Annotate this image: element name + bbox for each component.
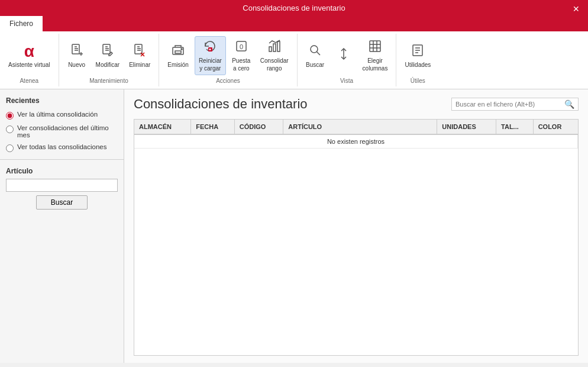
group-label-atenea: Atenea <box>20 78 38 84</box>
consolidar-icon <box>267 39 282 56</box>
sidebar: Recientes Ver la última consolidación Ve… <box>0 89 124 363</box>
group-label-vista: Vista <box>340 78 353 84</box>
label-opt1: Ver la última consolidación <box>17 111 98 118</box>
tab-fichero[interactable]: Fichero <box>0 16 43 31</box>
ordenar-icon <box>337 47 351 63</box>
svg-rect-0 <box>72 44 79 54</box>
btn-asistente[interactable]: α Asistente virtual <box>5 41 54 71</box>
svg-rect-6 <box>103 44 110 54</box>
reiniciar-icon <box>203 39 217 56</box>
btn-modificar[interactable]: Modificar <box>92 41 124 71</box>
ribbon-content: α Asistente virtual Atenea Nuevo <box>0 31 588 89</box>
svg-point-27 <box>311 46 318 53</box>
col-almacen: ALMACÉN <box>134 120 191 134</box>
svg-rect-10 <box>135 44 142 54</box>
radio-opt3[interactable] <box>6 144 14 152</box>
sidebar-item-opt2[interactable]: Ver consolidaciones del último mes <box>0 122 124 141</box>
emision-icon <box>171 43 185 60</box>
eliminar-icon <box>133 43 147 60</box>
search-icon-button[interactable]: 🔍 <box>564 99 574 109</box>
sidebar-articulo-section: Artículo Buscar <box>0 165 124 212</box>
ribbon-group-vista: Buscar Elegir columnas Vista <box>298 34 397 86</box>
articulo-input[interactable] <box>6 179 118 192</box>
modificar-icon <box>101 43 115 60</box>
ribbon: Fichero α Asistente virtual Atenea Nuevo <box>0 16 588 89</box>
content-title: Consolidaciones de inventario <box>134 96 308 112</box>
sidebar-divider <box>0 159 124 160</box>
group-label-utiles: Útiles <box>411 78 425 84</box>
col-codigo: CÓDIGO <box>234 120 283 134</box>
ribbon-group-acciones: Emisión Reiniciar y cargar 0 Puesta a ce… <box>159 34 297 86</box>
ribbon-group-atenea: α Asistente virtual Atenea <box>0 34 59 86</box>
sidebar-articulo-title: Artículo <box>6 167 118 175</box>
table-body: No existen registros <box>134 134 578 149</box>
col-fecha: FECHA <box>191 120 235 134</box>
svg-rect-30 <box>370 41 380 51</box>
close-button[interactable]: ✕ <box>564 0 588 18</box>
col-tal: TAL... <box>496 120 534 134</box>
svg-line-28 <box>316 51 320 55</box>
svg-rect-24 <box>269 47 272 51</box>
data-table-wrapper: ALMACÉN FECHA CÓDIGO ARTÍCULO UNIDADES T… <box>134 119 579 356</box>
content-area: Consolidaciones de inventario 🔍 ALMACÉN … <box>124 89 588 363</box>
col-unidades: UNIDADES <box>437 120 496 134</box>
radio-opt1[interactable] <box>6 112 14 120</box>
btn-buscar[interactable]: Buscar <box>302 41 328 71</box>
sidebar-recientes-title: Recientes <box>0 94 124 108</box>
table-header: ALMACÉN FECHA CÓDIGO ARTÍCULO UNIDADES T… <box>134 120 578 134</box>
svg-rect-25 <box>273 44 276 51</box>
svg-rect-17 <box>175 51 181 53</box>
ribbon-group-mantenimiento: Nuevo Modificar Eliminar Mantenimiento <box>59 34 160 86</box>
svg-text:0: 0 <box>240 43 243 50</box>
search-input[interactable] <box>455 101 562 108</box>
btn-elegir-columnas[interactable]: Elegir columnas <box>359 37 392 75</box>
data-table: ALMACÉN FECHA CÓDIGO ARTÍCULO UNIDADES T… <box>134 120 578 149</box>
ribbon-tabs: Fichero <box>0 16 588 31</box>
btn-consolidar[interactable]: Consolidar rango <box>257 37 292 75</box>
svg-point-18 <box>181 49 182 50</box>
radio-opt2[interactable] <box>6 125 14 133</box>
btn-eliminar[interactable]: Eliminar <box>125 41 154 71</box>
sidebar-item-opt3[interactable]: Ver todas las consolidaciones <box>0 141 124 154</box>
sidebar-buscar-button[interactable]: Buscar <box>36 195 88 210</box>
title-bar-text: Consolidaciones de inventario <box>243 4 345 12</box>
group-label-mantenimiento: Mantenimiento <box>89 78 128 84</box>
elegir-columnas-icon <box>368 39 382 56</box>
empty-message: No existen registros <box>134 134 578 149</box>
content-header: Consolidaciones de inventario 🔍 <box>134 96 579 112</box>
label-opt3: Ver todas las consolidaciones <box>17 143 107 150</box>
btn-nuevo[interactable]: Nuevo <box>64 41 90 71</box>
group-label-acciones: Acciones <box>216 78 240 84</box>
col-color: COLOR <box>533 120 577 134</box>
col-articulo: ARTÍCULO <box>283 120 437 134</box>
btn-ordenar[interactable] <box>331 44 357 67</box>
btn-utilidades[interactable]: Utilidades <box>401 41 434 71</box>
btn-reiniciar[interactable]: Reiniciar y cargar <box>195 36 226 75</box>
nuevo-icon <box>70 43 84 60</box>
ribbon-group-utiles: Utilidades Útiles <box>396 34 439 86</box>
main-layout: Recientes Ver la última consolidación Ve… <box>0 89 588 363</box>
btn-puesta[interactable]: 0 Puesta a cero <box>228 37 254 75</box>
alpha-icon: α <box>24 43 34 60</box>
title-bar: Consolidaciones de inventario ✕ <box>0 0 588 16</box>
utilidades-icon <box>411 43 425 60</box>
label-opt2: Ver consolidaciones del último mes <box>17 124 118 139</box>
search-box: 🔍 <box>451 98 579 111</box>
btn-emision[interactable]: Emisión <box>164 41 192 71</box>
puesta-icon: 0 <box>234 39 248 56</box>
svg-rect-26 <box>277 41 280 51</box>
buscar-icon <box>308 43 322 60</box>
sidebar-item-opt1[interactable]: Ver la última consolidación <box>0 108 124 122</box>
